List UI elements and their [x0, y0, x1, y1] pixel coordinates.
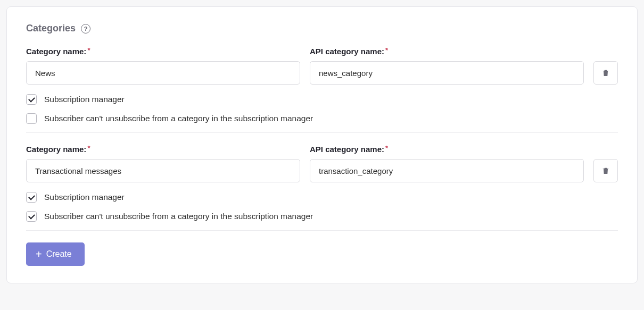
category-row: Category name:* API category name:*: [26, 47, 618, 85]
cant-unsubscribe-label: Subscriber can't unsubscribe from a cate…: [44, 212, 313, 221]
api-category-name-input[interactable]: [310, 61, 584, 85]
api-category-name-label: API category name:*: [310, 47, 584, 56]
cant-unsubscribe-row: Subscriber can't unsubscribe from a cate…: [26, 211, 618, 222]
category-name-input[interactable]: [26, 61, 300, 85]
panel-header: Categories ?: [26, 23, 618, 34]
trash-icon: [601, 69, 610, 77]
subscription-manager-checkbox[interactable]: [26, 192, 37, 203]
required-asterisk: *: [385, 144, 388, 152]
api-category-name-field: API category name:*: [310, 145, 584, 182]
required-asterisk: *: [385, 46, 388, 54]
required-asterisk: *: [87, 144, 90, 152]
category-name-label: Category name:*: [26, 145, 300, 154]
api-category-name-input[interactable]: [310, 159, 584, 182]
subscription-manager-label: Subscription manager: [44, 95, 125, 104]
category-name-field: Category name:*: [26, 47, 300, 85]
category-name-field: Category name:*: [26, 145, 300, 182]
label-text: API category name:: [310, 145, 384, 154]
create-button[interactable]: + Create: [26, 242, 85, 266]
cant-unsubscribe-row: Subscriber can't unsubscribe from a cate…: [26, 113, 618, 124]
categories-panel: Categories ? Category name:* API categor…: [6, 6, 638, 283]
cant-unsubscribe-label: Subscriber can't unsubscribe from a cate…: [44, 114, 313, 123]
subscription-manager-row: Subscription manager: [26, 94, 618, 105]
label-text: Category name:: [26, 47, 86, 56]
cant-unsubscribe-checkbox[interactable]: [26, 113, 37, 124]
subscription-manager-label: Subscription manager: [44, 192, 125, 202]
category-name-label: Category name:*: [26, 47, 300, 56]
api-category-name-field: API category name:*: [310, 47, 584, 85]
delete-category-button[interactable]: [593, 61, 618, 85]
create-button-label: Create: [46, 249, 72, 259]
trash-icon: [601, 166, 610, 175]
category-divider: [26, 132, 618, 133]
delete-category-button[interactable]: [593, 159, 618, 182]
category-divider: [26, 230, 618, 231]
plus-icon: +: [36, 249, 42, 259]
category-name-input[interactable]: [26, 159, 300, 182]
subscription-manager-checkbox[interactable]: [26, 94, 37, 105]
required-asterisk: *: [87, 46, 90, 54]
panel-title: Categories: [26, 23, 76, 34]
category-row: Category name:* API category name:*: [26, 145, 618, 182]
help-icon[interactable]: ?: [81, 24, 90, 33]
label-text: API category name:: [310, 47, 384, 56]
cant-unsubscribe-checkbox[interactable]: [26, 211, 37, 222]
subscription-manager-row: Subscription manager: [26, 192, 618, 203]
api-category-name-label: API category name:*: [310, 145, 584, 154]
label-text: Category name:: [26, 145, 86, 154]
